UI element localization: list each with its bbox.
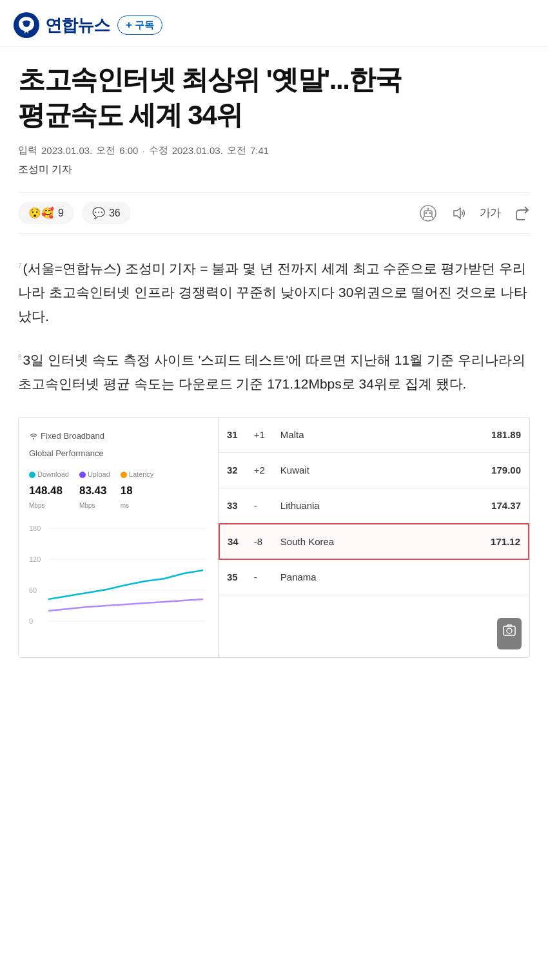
screenshot-icon [502, 624, 516, 638]
latency-unit: ms [121, 500, 154, 512]
ai-button[interactable] [419, 204, 437, 222]
latency-value: 18 [121, 481, 154, 501]
rank-row-31: 31 +1 Malta 181.89 [219, 418, 529, 453]
meta-edit-date: 2023.01.03. [172, 145, 223, 156]
svg-text:120: 120 [29, 555, 41, 563]
rank-row-34: 34 -8 South Korea 171.12 [219, 524, 529, 559]
comment-icon: 💬 [92, 207, 105, 219]
title-line1: 초고속인터넷 최상위 '옛말'...한국 [18, 62, 530, 98]
line-graph: 180 120 60 0 [29, 522, 210, 638]
chart-container: Fixed Broadband Global Performance Downl… [18, 417, 530, 658]
svg-text:180: 180 [29, 524, 41, 532]
latency-label-text: Latency [129, 468, 154, 481]
logo-text: 연합뉴스 [45, 14, 110, 37]
para-marker-2: 8 [18, 354, 22, 361]
rank-table: 31 +1 Malta 181.89 32 +2 Kuwait 179.00 [219, 418, 529, 595]
download-unit: Mbps [29, 500, 69, 512]
font-label: 가가 [480, 207, 500, 219]
logo-area: 연합뉴스 [13, 12, 110, 39]
rank-speed-32: 179.00 [427, 453, 529, 488]
rank-change-31: +1 [246, 418, 273, 453]
meta-edit-time-label: 오전 [227, 144, 246, 157]
upload-value: 83.43 [79, 481, 110, 501]
meta-separator: · [142, 145, 144, 156]
svg-line-9 [432, 216, 433, 218]
svg-marker-10 [454, 208, 460, 218]
rank-country-32: Kuwait [273, 453, 427, 488]
download-label-text: Download [37, 468, 69, 481]
comment-button[interactable]: 💬 36 [82, 202, 131, 224]
svg-line-8 [423, 216, 424, 218]
chart-left-panel: Fixed Broadband Global Performance Downl… [19, 418, 219, 657]
chart-subtitle: Global Performance [29, 447, 208, 461]
interaction-bar: 😯🥰 9 💬 36 [18, 192, 530, 234]
interaction-left: 😯🥰 9 💬 36 [18, 202, 131, 224]
latency-color-dot [121, 472, 127, 478]
reaction-button[interactable]: 😯🥰 9 [18, 202, 74, 224]
rank-country-south-korea: South Korea [273, 524, 427, 559]
svg-point-4 [426, 212, 427, 214]
share-icon [513, 205, 530, 222]
upload-color-dot [79, 472, 86, 478]
rank-speed-34: 171.12 [427, 524, 529, 559]
article-container: 초고속인터넷 최상위 '옛말'...한국 평균속도 세계 34위 입력 2023… [0, 47, 548, 684]
subscribe-button[interactable]: + 구독 [117, 15, 162, 35]
svg-text:60: 60 [29, 586, 37, 594]
reaction-emoji: 😯🥰 [28, 207, 54, 219]
meta-edit-label: 수정 [149, 144, 168, 157]
article-meta: 입력 2023.01.03. 오전 6:00 · 수정 2023.01.03. … [18, 144, 530, 157]
chart-stats: Download 148.48 Mbps Upload 83.43 Mbps [29, 468, 208, 512]
stat-upload: Upload 83.43 Mbps [79, 468, 110, 512]
upload-label-text: Upload [88, 468, 110, 481]
rank-change-35: - [246, 559, 273, 595]
rank-num-31: 31 [219, 418, 246, 453]
tts-button[interactable] [450, 205, 467, 222]
share-button[interactable] [513, 205, 530, 222]
rank-country-33: Lithuania [273, 488, 427, 524]
title-line2: 평균속도 세계 34위 [18, 98, 530, 133]
article-body: 7(서울=연합뉴스) 조성미 기자 = 불과 몇 년 전까지 세계 최고 수준으… [18, 257, 530, 658]
subscribe-label: 구독 [135, 19, 154, 32]
reaction-count: 9 [58, 207, 64, 219]
svg-rect-19 [504, 626, 515, 635]
stat-upload-label: Upload [79, 468, 110, 481]
rank-country-35: Panama [273, 559, 427, 595]
meta-edit-time: 7:41 [250, 145, 269, 156]
paragraph-1: 7(서울=연합뉴스) 조성미 기자 = 불과 몇 년 전까지 세계 최고 수준으… [18, 257, 530, 328]
logo-icon [13, 12, 40, 39]
article-title: 초고속인터넷 최상위 '옛말'...한국 평균속도 세계 34위 [18, 62, 530, 133]
chart-title: Fixed Broadband [29, 429, 208, 444]
meta-input-time-label: 오전 [96, 144, 115, 157]
header: 연합뉴스 + 구독 [0, 0, 548, 47]
rank-num-33: 33 [219, 488, 246, 524]
stat-download-label: Download [29, 468, 69, 481]
interaction-right: 가가 [419, 204, 530, 222]
upload-unit: Mbps [79, 500, 110, 512]
wifi-icon [29, 432, 38, 441]
rank-num-32: 32 [219, 453, 246, 488]
screenshot-button[interactable] [497, 618, 522, 649]
font-size-button[interactable]: 가가 [480, 206, 500, 220]
svg-rect-3 [424, 211, 432, 216]
svg-point-20 [507, 628, 512, 633]
meta-input-date: 2023.01.03. [41, 145, 92, 156]
rank-change-32: +2 [246, 453, 273, 488]
meta-input-time: 6:00 [119, 145, 138, 156]
robot-icon [419, 204, 437, 222]
rank-speed-35 [427, 559, 529, 595]
rank-change-33: - [246, 488, 273, 524]
speaker-icon [450, 205, 467, 222]
meta-input-label: 입력 [18, 144, 37, 157]
svg-point-5 [429, 212, 431, 214]
rank-num-34: 34 [219, 524, 246, 559]
paragraph-1-text: (서울=연합뉴스) 조성미 기자 = 불과 몇 년 전까지 세계 최고 수준으로… [18, 261, 527, 323]
rank-change-34: -8 [246, 524, 273, 559]
rank-row-35: 35 - Panama [219, 559, 529, 595]
paragraph-2: 83일 인터넷 속도 측정 사이트 '스피드 테스트'에 따르면 지난해 11월… [18, 349, 530, 396]
paragraph-2-text: 3일 인터넷 속도 측정 사이트 '스피드 테스트'에 따르면 지난해 11월 … [18, 352, 525, 391]
rank-speed-31: 181.89 [427, 418, 529, 453]
rank-speed-33: 174.37 [427, 488, 529, 524]
subscribe-plus-icon: + [126, 19, 132, 32]
download-color-dot [29, 472, 35, 478]
download-value: 148.48 [29, 481, 69, 501]
